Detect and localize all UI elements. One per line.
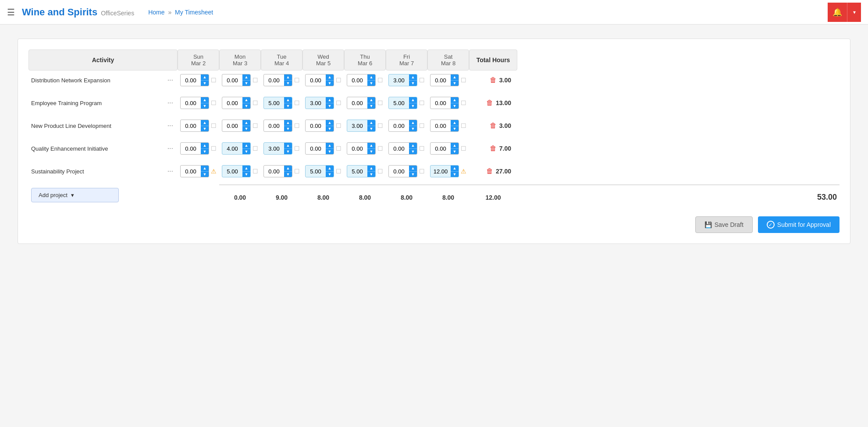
spin-down[interactable]: ▼ bbox=[201, 148, 209, 154]
spin-down[interactable]: ▼ bbox=[409, 126, 417, 131]
note-icon[interactable]: ☐ bbox=[336, 145, 342, 152]
spin-down[interactable]: ▼ bbox=[451, 80, 459, 86]
spin-down[interactable]: ▼ bbox=[326, 148, 334, 154]
hours-input[interactable] bbox=[389, 75, 409, 85]
hours-input[interactable] bbox=[430, 166, 451, 176]
spin-up[interactable]: ▲ bbox=[242, 166, 250, 171]
spin-up[interactable]: ▲ bbox=[242, 120, 250, 126]
note-icon[interactable]: ☐ bbox=[336, 99, 342, 106]
note-icon[interactable]: ☐ bbox=[461, 99, 466, 106]
note-icon[interactable]: ☐ bbox=[253, 168, 258, 175]
spin-down[interactable]: ▼ bbox=[242, 126, 250, 131]
delete-button[interactable]: 🗑 bbox=[485, 98, 494, 108]
spin-up[interactable]: ▲ bbox=[409, 166, 417, 171]
spin-down[interactable]: ▼ bbox=[367, 103, 375, 109]
spin-down[interactable]: ▼ bbox=[201, 80, 209, 86]
delete-button[interactable]: 🗑 bbox=[485, 166, 494, 176]
hours-input[interactable] bbox=[347, 75, 367, 85]
note-icon[interactable]: ☐ bbox=[294, 99, 300, 106]
hours-input[interactable] bbox=[181, 144, 201, 154]
hours-input[interactable] bbox=[347, 144, 367, 154]
note-icon[interactable]: ☐ bbox=[377, 99, 383, 106]
hours-input[interactable] bbox=[222, 144, 242, 154]
note-icon[interactable]: ☐ bbox=[336, 168, 342, 175]
note-icon[interactable]: ☐ bbox=[419, 77, 425, 84]
spin-down[interactable]: ▼ bbox=[451, 148, 459, 154]
spin-down[interactable]: ▼ bbox=[242, 80, 250, 86]
submit-button[interactable]: ✓ Submit for Approval bbox=[758, 216, 840, 233]
spin-up[interactable]: ▲ bbox=[201, 143, 209, 148]
spin-down[interactable]: ▼ bbox=[367, 148, 375, 154]
note-icon[interactable]: ☐ bbox=[377, 145, 383, 152]
note-icon[interactable]: ☐ bbox=[336, 122, 342, 129]
hours-input[interactable] bbox=[389, 144, 409, 154]
hours-input[interactable] bbox=[264, 75, 284, 85]
hours-input[interactable] bbox=[181, 121, 201, 131]
spin-down[interactable]: ▼ bbox=[242, 103, 250, 109]
spin-up[interactable]: ▲ bbox=[326, 166, 334, 171]
hours-input[interactable] bbox=[222, 166, 242, 176]
spin-up[interactable]: ▲ bbox=[367, 74, 375, 80]
note-icon[interactable]: ☐ bbox=[461, 122, 466, 129]
hours-input[interactable] bbox=[181, 98, 201, 108]
hours-input[interactable] bbox=[306, 75, 326, 85]
spin-down[interactable]: ▼ bbox=[326, 171, 334, 177]
breadcrumb-current[interactable]: My Timesheet bbox=[175, 9, 213, 16]
note-icon[interactable]: ☐ bbox=[253, 122, 258, 129]
breadcrumb-home[interactable]: Home bbox=[148, 9, 164, 16]
spin-up[interactable]: ▲ bbox=[451, 97, 459, 103]
hours-input[interactable] bbox=[222, 75, 242, 85]
hours-input[interactable] bbox=[347, 98, 367, 108]
note-icon[interactable]: ☐ bbox=[377, 77, 383, 84]
warn-icon[interactable]: ⚠ bbox=[461, 168, 466, 175]
note-icon[interactable]: ☐ bbox=[377, 168, 383, 175]
spin-down[interactable]: ▼ bbox=[367, 80, 375, 86]
hours-input[interactable] bbox=[389, 166, 409, 176]
note-icon[interactable]: ☐ bbox=[461, 145, 466, 152]
note-icon[interactable]: ☐ bbox=[294, 145, 300, 152]
hours-input[interactable] bbox=[430, 121, 451, 131]
row-menu-button[interactable]: ··· bbox=[166, 144, 175, 153]
spin-up[interactable]: ▲ bbox=[284, 143, 292, 148]
spin-down[interactable]: ▼ bbox=[326, 103, 334, 109]
spin-up[interactable]: ▲ bbox=[201, 97, 209, 103]
hours-input[interactable] bbox=[430, 98, 451, 108]
spin-up[interactable]: ▲ bbox=[409, 143, 417, 148]
delete-button[interactable]: 🗑 bbox=[489, 75, 498, 85]
bell-button[interactable]: 🔔 bbox=[828, 3, 847, 22]
spin-up[interactable]: ▲ bbox=[284, 74, 292, 80]
spin-up[interactable]: ▲ bbox=[326, 120, 334, 126]
hours-input[interactable] bbox=[306, 144, 326, 154]
spin-up[interactable]: ▲ bbox=[367, 120, 375, 126]
spin-up[interactable]: ▲ bbox=[201, 120, 209, 126]
hours-input[interactable] bbox=[222, 121, 242, 131]
hours-input[interactable] bbox=[347, 121, 367, 131]
note-icon[interactable]: ☐ bbox=[211, 99, 217, 106]
spin-down[interactable]: ▼ bbox=[284, 126, 292, 131]
spin-up[interactable]: ▲ bbox=[409, 97, 417, 103]
spin-up[interactable]: ▲ bbox=[326, 143, 334, 148]
hours-input[interactable] bbox=[181, 166, 201, 176]
spin-down[interactable]: ▼ bbox=[201, 126, 209, 131]
hours-input[interactable] bbox=[306, 121, 326, 131]
note-icon[interactable]: ☐ bbox=[461, 77, 466, 84]
spin-down[interactable]: ▼ bbox=[201, 103, 209, 109]
spin-up[interactable]: ▲ bbox=[451, 74, 459, 80]
hours-input[interactable] bbox=[389, 121, 409, 131]
spin-down[interactable]: ▼ bbox=[284, 103, 292, 109]
note-icon[interactable]: ☐ bbox=[294, 77, 300, 84]
spin-down[interactable]: ▼ bbox=[284, 148, 292, 154]
spin-down[interactable]: ▼ bbox=[201, 171, 209, 177]
hours-input[interactable] bbox=[430, 144, 451, 154]
hours-input[interactable] bbox=[264, 166, 284, 176]
spin-down[interactable]: ▼ bbox=[409, 148, 417, 154]
row-menu-button[interactable]: ··· bbox=[166, 98, 175, 108]
delete-button[interactable]: 🗑 bbox=[489, 121, 498, 131]
note-icon[interactable]: ☐ bbox=[336, 77, 342, 84]
spin-down[interactable]: ▼ bbox=[326, 126, 334, 131]
note-icon[interactable]: ☐ bbox=[419, 168, 425, 175]
spin-down[interactable]: ▼ bbox=[409, 80, 417, 86]
hours-input[interactable] bbox=[306, 166, 326, 176]
hours-input[interactable] bbox=[389, 98, 409, 108]
hours-input[interactable] bbox=[264, 144, 284, 154]
